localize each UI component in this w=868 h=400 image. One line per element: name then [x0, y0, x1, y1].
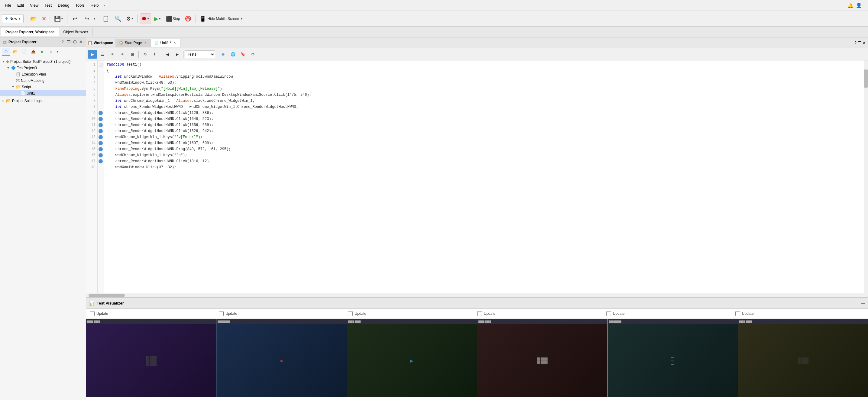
bp-13[interactable]	[98, 134, 104, 140]
tree-item-script[interactable]: ▼ 📁 Script +	[0, 84, 86, 90]
bp-15[interactable]	[98, 146, 104, 152]
update-checkbox-1[interactable]	[90, 311, 95, 316]
run-script-btn[interactable]: ▶	[88, 50, 97, 59]
tree-item-namemapping[interactable]: ▷ 🗺 NameMapping	[0, 77, 86, 84]
settings-arrow[interactable]: ▼	[131, 17, 133, 20]
user-icon[interactable]: 👤	[856, 2, 862, 8]
menu-debug[interactable]: Debug	[55, 2, 72, 9]
mobile-button[interactable]: 🎯	[183, 13, 193, 24]
pe-run-button[interactable]: ▶	[38, 48, 46, 56]
align-justify-btn[interactable]: ⊞	[128, 50, 137, 59]
undo-redo-arrow[interactable]: ▼	[93, 17, 96, 20]
step-over-btn[interactable]: ⟲	[140, 50, 149, 59]
undo-button[interactable]: ↩	[69, 13, 81, 24]
settings-button[interactable]: ⚙ ▼	[125, 13, 135, 24]
redo-button[interactable]: ↪	[82, 13, 92, 24]
fold-line-1[interactable]: -	[98, 62, 104, 68]
update-checkbox-5[interactable]	[606, 311, 611, 316]
editor-settings-btn[interactable]: ⚙	[248, 50, 257, 59]
ws-close-icon[interactable]: ✕	[863, 41, 866, 45]
run-btn-arrow[interactable]: ▼	[158, 17, 161, 20]
hide-mobile-arrow[interactable]: ▼	[240, 17, 243, 20]
suite-expand-arrow[interactable]: ▼	[2, 60, 6, 63]
tree-item-project[interactable]: ▼ 🔷 TestProject3	[0, 65, 86, 71]
tree-item-execution-plan[interactable]: ▷ 📋 Execution Plan	[0, 71, 86, 77]
tv-thumbnail-6[interactable]: ████ ████ ⬛⬛⬛⬛⬛⬛	[738, 319, 868, 397]
code-editor-content[interactable]: function Test1() { let wndXamlWindow = A…	[104, 60, 864, 293]
pe-add-button[interactable]: ⊕	[2, 48, 10, 56]
save-dropdown-arrow[interactable]: ▼	[61, 17, 63, 20]
logs-expand-arrow[interactable]: ▷	[2, 99, 6, 102]
record-button[interactable]: 📋	[100, 13, 111, 24]
navigate-back-btn[interactable]: ◀	[163, 50, 172, 59]
editor-horizontal-scrollbar[interactable]	[86, 293, 868, 297]
align-left-btn[interactable]: ☰	[98, 50, 107, 59]
tab-project-explorer[interactable]: Project Explorer, Workspace	[1, 28, 59, 36]
new-dropdown-arrow[interactable]: ▼	[18, 17, 21, 20]
update-checkbox-4[interactable]	[477, 311, 482, 316]
update-checkbox-6[interactable]	[735, 311, 740, 316]
pe-export-button[interactable]: 📤	[29, 48, 37, 56]
ws-help-icon[interactable]: ?	[855, 41, 857, 45]
bp-17[interactable]	[98, 158, 104, 164]
open-button[interactable]: 📂	[28, 13, 39, 24]
project-expand-arrow[interactable]: ▼	[7, 66, 11, 69]
tv-thumbnail-2[interactable]: ████ ████ ●	[216, 319, 347, 397]
close-button[interactable]: ✕ 📄	[40, 13, 51, 24]
tab-start-page[interactable]: 🏠 Start Page ✕	[116, 39, 151, 47]
step-into-btn[interactable]: ⬇	[150, 50, 159, 59]
run-arrow[interactable]: ▼	[147, 17, 150, 20]
tab-object-browser[interactable]: Object Browser	[59, 28, 93, 36]
update-checkbox-3[interactable]	[348, 311, 353, 316]
menu-file[interactable]: File	[2, 2, 13, 9]
tv-thumbnail-4[interactable]: ████ ████ ⬜⬜⬜⬜⬜⬜	[477, 319, 608, 397]
ws-restore-icon[interactable]: 🗖	[858, 41, 861, 45]
tv-thumbnail-5[interactable]: ████ ████ ▪▪▪▪▪▪▪▪▪	[608, 319, 738, 397]
close-panel-icon[interactable]: ✕	[78, 39, 84, 44]
script-expand-arrow[interactable]: ▼	[11, 85, 16, 89]
align-center-btn[interactable]: ≡	[108, 50, 117, 59]
bp-16[interactable]	[98, 152, 104, 158]
start-page-close-btn[interactable]: ✕	[144, 41, 147, 45]
run-button[interactable]: ▶ ▼	[152, 13, 163, 24]
test-visualizer-close-btn[interactable]: —	[861, 301, 865, 305]
bp-9[interactable]	[98, 110, 104, 116]
h-scroll-thumb[interactable]	[89, 294, 125, 297]
menu-help[interactable]: Help	[88, 2, 101, 9]
pe-open-button[interactable]: 📂	[11, 48, 19, 56]
menu-edit[interactable]: Edit	[15, 2, 26, 9]
bp-12[interactable]	[98, 128, 104, 134]
unit1-tab-close-btn[interactable]: ✕	[173, 41, 177, 45]
menu-tools[interactable]: Tools	[73, 2, 87, 9]
bookmark-btn[interactable]: 🔖	[239, 50, 248, 59]
function-dropdown[interactable]: Test1	[185, 51, 215, 58]
tree-item-logs[interactable]: ▷ 📂 Project Suite Logs	[0, 98, 86, 104]
align-right-btn[interactable]: ≡	[118, 50, 127, 59]
float-icon[interactable]: ⬡	[72, 39, 78, 44]
update-checkbox-2[interactable]	[219, 311, 224, 316]
object-spy-btn[interactable]: 🌐	[228, 50, 238, 59]
tree-item-unit1[interactable]: ▷ 📄 Unit1	[0, 90, 86, 96]
restore-icon[interactable]: 🗖	[66, 39, 71, 44]
stop-button[interactable]: ⬛ Stop	[164, 13, 182, 24]
tv-thumbnail-3[interactable]: ████ ████ ▶	[347, 319, 477, 397]
editor-vertical-scrollbar[interactable]	[864, 60, 868, 293]
pe-run-arrow[interactable]: ▼	[56, 50, 59, 53]
pe-save-button[interactable]: 📄	[20, 48, 28, 56]
bp-10[interactable]	[98, 116, 104, 122]
bp-14[interactable]	[98, 140, 104, 146]
spy-button[interactable]: 🔍	[113, 13, 123, 24]
navigate-forward-btn[interactable]: ▶	[173, 50, 182, 59]
tv-thumbnail-1[interactable]: ████ ████ ⬛⬛⬛⬛⬛⬛⬛⬛⬛	[86, 319, 216, 397]
menu-test[interactable]: Test	[42, 2, 54, 9]
help-icon[interactable]: ?	[60, 39, 65, 44]
run-stop-button[interactable]: ⏺ ▼	[140, 13, 151, 24]
script-add-icon[interactable]: +	[82, 85, 84, 89]
menu-view[interactable]: View	[28, 2, 41, 9]
notification-icon[interactable]: 🔔	[847, 2, 854, 8]
tab-unit1[interactable]: 📄 Unit1 * ✕	[151, 39, 180, 47]
save-button[interactable]: 💾 ▼	[53, 13, 65, 24]
pe-debug-button[interactable]: ▷	[47, 48, 56, 56]
hide-mobile-button[interactable]: 📱 Hide Mobile Screen ▼	[198, 13, 245, 24]
tree-item-suite[interactable]: ▼ ◆ Project Suite 'TestProject3' (1 proj…	[0, 58, 86, 65]
